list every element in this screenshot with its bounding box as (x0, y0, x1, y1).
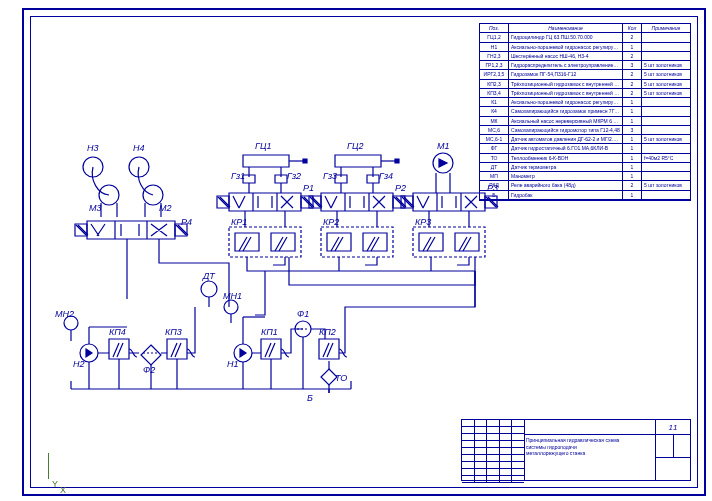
lbl-to: ТО (335, 373, 347, 383)
svg-rect-0 (243, 155, 289, 167)
lbl-h1: Н1 (227, 359, 239, 369)
svg-rect-69 (261, 339, 281, 359)
lbl-kp2c: КП2 (319, 327, 336, 337)
hydraulic-schematic: Н3 Н4 М3 М2 Р4 ГЦ1 ГЦ2 М1 Гз1 Гз2 Гз3 Гз… (31, 17, 711, 501)
lbl-h2: Н2 (73, 359, 85, 369)
lbl-gz3: Гз3 (323, 171, 337, 181)
lbl-p4: Р4 (181, 217, 192, 227)
lbl-m3: М3 (89, 203, 102, 213)
lbl-gc1: ГЦ1 (255, 141, 271, 151)
axis-x-label: X (60, 485, 66, 495)
lbl-kp2b: КР2 (323, 217, 339, 227)
lbl-kp4: КП4 (109, 327, 126, 337)
valve-p3 (401, 193, 498, 211)
lbl-gc2: ГЦ2 (347, 141, 363, 151)
lbl-p3: Р3 (487, 183, 498, 193)
left-cluster (75, 157, 188, 239)
lbl-h3: Н3 (87, 143, 99, 153)
lbl-kp1c: КП1 (261, 327, 278, 337)
svg-rect-63 (167, 339, 187, 359)
lbl-gz1: Гз1 (231, 171, 245, 181)
svg-rect-39 (419, 233, 443, 251)
lbl-f2: Ф2 (143, 365, 155, 375)
svg-rect-61 (109, 339, 129, 359)
svg-rect-35 (321, 227, 393, 257)
motor-m1 (433, 153, 453, 183)
svg-point-64 (224, 300, 238, 314)
svg-rect-32 (229, 227, 301, 257)
lbl-p1: Р1 (303, 183, 314, 193)
svg-rect-2 (303, 159, 307, 163)
svg-point-54 (201, 281, 217, 297)
lbl-kp3b: КР3 (415, 217, 431, 227)
svg-rect-40 (455, 233, 479, 251)
valve-p1 (217, 193, 314, 211)
lbl-kp1b: КР1 (231, 217, 247, 227)
valve-p2 (309, 193, 406, 211)
lbl-gz2: Гз2 (287, 171, 301, 181)
lbl-kp3c: КП3 (165, 327, 182, 337)
drawing-frame: Поз. Наименование Кол Примечание ГЦ1,2Ги… (30, 16, 698, 488)
lbl-f1: Ф1 (297, 309, 309, 319)
kr-blocks (229, 227, 485, 257)
svg-rect-22 (321, 193, 393, 211)
svg-rect-72 (319, 339, 339, 359)
lbl-b: Б (307, 393, 313, 403)
lbl-p2: Р2 (395, 183, 406, 193)
axis-y-label: Y (52, 479, 58, 489)
svg-rect-7 (335, 155, 381, 167)
svg-rect-36 (327, 233, 351, 251)
svg-rect-9 (395, 159, 399, 163)
svg-rect-38 (413, 227, 485, 257)
lbl-mh1: МН1 (223, 291, 242, 301)
lbl-dt: ДТ (202, 271, 216, 281)
svg-rect-49 (87, 221, 175, 239)
lbl-gz4: Гз4 (379, 171, 393, 181)
svg-rect-27 (413, 193, 485, 211)
lbl-m1: М1 (437, 141, 450, 151)
svg-rect-37 (363, 233, 387, 251)
svg-rect-33 (235, 233, 259, 251)
svg-rect-17 (229, 193, 301, 211)
lbl-h4: Н4 (133, 143, 145, 153)
svg-rect-34 (271, 233, 295, 251)
lbl-m2: М2 (159, 203, 172, 213)
lbl-mh2: МН2 (55, 309, 74, 319)
